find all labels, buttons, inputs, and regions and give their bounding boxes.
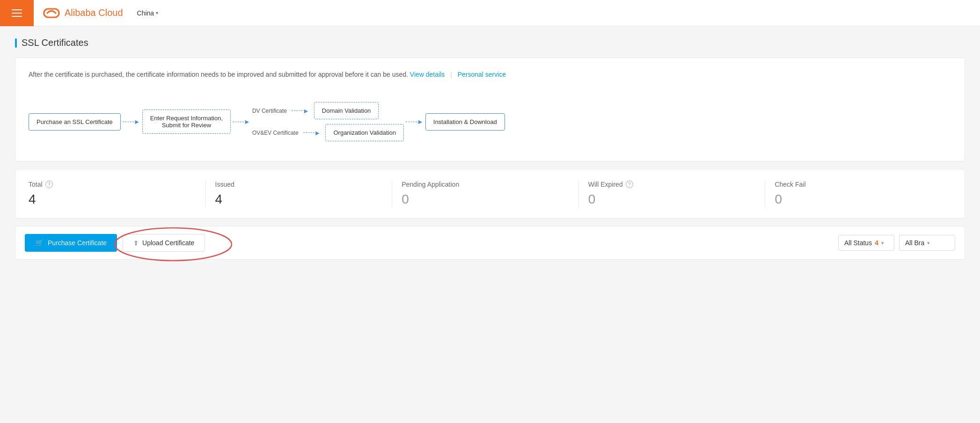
upload-button-wrapper: ⇧ Upload Certificate <box>123 234 205 252</box>
region-selector[interactable]: China ▾ <box>137 9 159 17</box>
flow-ov-row: OV&EV Certificate ► Organization Validat… <box>252 124 404 141</box>
total-label: Total ? <box>29 181 196 188</box>
pending-label: Pending Application <box>402 181 569 188</box>
stat-issued: Issued 4 <box>206 181 393 207</box>
menu-button[interactable] <box>0 0 34 26</box>
info-description: After the certificate is purchased, the … <box>29 69 951 80</box>
flow-step4: Installation & Download <box>425 113 505 131</box>
pending-value: 0 <box>402 192 569 207</box>
status-chevron-icon: ▾ <box>881 240 884 246</box>
upload-icon: ⇧ <box>133 240 139 247</box>
arrowhead-2: ► <box>244 118 250 125</box>
purchase-certificate-button[interactable]: 🛒 Purchase Certificate <box>25 234 117 252</box>
arrowhead-1: ► <box>134 118 140 125</box>
ov-label: OV&EV Certificate <box>252 130 299 136</box>
flow-arrow-ov: ► <box>303 130 321 136</box>
total-help-icon[interactable]: ? <box>45 181 53 188</box>
total-value: 4 <box>29 192 196 207</box>
stat-total: Total ? 4 <box>29 181 206 207</box>
logo-area: Alibaba Cloud <box>34 5 132 22</box>
check-fail-value: 0 <box>775 192 942 207</box>
issued-label: Issued <box>215 181 383 188</box>
personal-service-link[interactable]: Personal service <box>458 71 506 78</box>
flow-step1: Purchase an SSL Certificate <box>29 113 121 131</box>
flow-org-validation: Organization Validation <box>325 124 403 141</box>
svg-rect-0 <box>44 9 59 17</box>
upload-certificate-button[interactable]: ⇧ Upload Certificate <box>123 234 205 252</box>
flow-branch-group: DV Certificate ► Domain Validation OV&EV… <box>252 102 404 141</box>
will-expired-help-icon[interactable]: ? <box>626 181 633 188</box>
flow-diagram: Purchase an SSL Certificate ► Enter Requ… <box>29 93 951 146</box>
stat-pending: Pending Application 0 <box>392 181 579 207</box>
arrowhead-ov: ► <box>314 130 321 136</box>
brand-filter-label: All Bra <box>905 239 924 247</box>
status-filter-label: All Status <box>844 239 872 247</box>
issued-value: 4 <box>215 192 383 207</box>
page-content: SSL Certificates After the certificate i… <box>0 26 980 271</box>
title-bar-accent <box>15 38 17 48</box>
logo-text: Alibaba Cloud <box>65 7 123 18</box>
region-label: China <box>137 9 154 17</box>
cart-icon: 🛒 <box>35 239 44 247</box>
stat-check-fail: Check Fail 0 <box>765 181 951 207</box>
purchase-label: Purchase Certificate <box>48 239 107 247</box>
flow-arrow-3: ► <box>406 118 424 125</box>
header: Alibaba Cloud China ▾ <box>0 0 980 26</box>
dv-label: DV Certificate <box>252 108 287 114</box>
actions-bar: 🛒 Purchase Certificate ⇧ Upload Certific… <box>15 226 965 260</box>
flow-dv-row: DV Certificate ► Domain Validation <box>252 102 379 119</box>
flow-arrow-1: ► <box>123 118 140 125</box>
page-title-area: SSL Certificates <box>15 37 965 48</box>
arrowhead-dv: ► <box>303 108 309 114</box>
status-filter-select[interactable]: All Status 4 ▾ <box>838 235 894 251</box>
view-details-link[interactable]: View details <box>410 71 445 78</box>
hamburger-icon <box>12 9 22 17</box>
will-expired-label: Will Expired ? <box>588 181 756 188</box>
flow-step2: Enter Request Information, Submit for Re… <box>142 109 231 134</box>
upload-label: Upload Certificate <box>142 239 194 247</box>
flow-arrow-2: ► <box>233 118 250 125</box>
stat-will-expired: Will Expired ? 0 <box>579 181 766 207</box>
info-card: After the certificate is purchased, the … <box>15 58 965 161</box>
flow-domain-validation: Domain Validation <box>314 102 379 119</box>
actions-right: All Status 4 ▾ All Bra ▾ <box>838 235 955 251</box>
status-filter-count: 4 <box>875 239 878 247</box>
check-fail-label: Check Fail <box>775 181 942 188</box>
brand-filter-select[interactable]: All Bra ▾ <box>899 235 955 251</box>
arrowhead-3: ► <box>417 118 424 125</box>
chevron-down-icon: ▾ <box>156 10 158 15</box>
alibaba-logo-icon <box>43 5 60 22</box>
brand-chevron-icon: ▾ <box>927 240 930 246</box>
will-expired-value: 0 <box>588 192 756 207</box>
stats-card: Total ? 4 Issued 4 Pending Application 0… <box>15 169 965 219</box>
flow-arrow-dv: ► <box>292 108 309 114</box>
page-title: SSL Certificates <box>22 37 88 48</box>
